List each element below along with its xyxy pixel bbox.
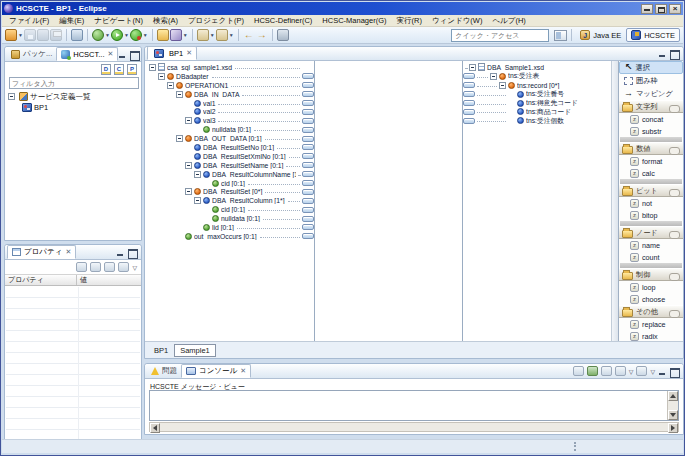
close-window-button[interactable]: × bbox=[669, 4, 681, 14]
target-tree-row[interactable]: tns:record [0*] bbox=[463, 81, 611, 90]
console-output-area[interactable] bbox=[149, 390, 679, 421]
expand-toggle-icon[interactable] bbox=[158, 73, 165, 80]
mapping-handle[interactable] bbox=[302, 144, 314, 150]
target-tree-row[interactable]: tns:受注表 bbox=[463, 72, 611, 81]
open-perspective-icon[interactable] bbox=[554, 30, 567, 41]
new-wizard-icon[interactable] bbox=[5, 29, 17, 41]
search-icon[interactable] bbox=[71, 29, 83, 41]
maximize-view-icon[interactable] bbox=[128, 248, 137, 257]
menu-item[interactable]: 検索(A) bbox=[148, 16, 183, 26]
save-icon[interactable] bbox=[24, 29, 36, 41]
source-tree-row[interactable]: DBA_ResultSet [0*] bbox=[147, 187, 314, 196]
run-icon[interactable] bbox=[111, 29, 123, 41]
target-tree-row[interactable]: tns:商品コード bbox=[463, 107, 611, 116]
definition-doc-icon[interactable]: D bbox=[101, 64, 111, 75]
forward-icon[interactable]: → bbox=[256, 29, 268, 41]
source-tree-row[interactable]: out_maxOccurs [0:1] bbox=[147, 232, 314, 241]
perspective-java-ee-button[interactable]: Java EE bbox=[576, 29, 625, 41]
scroll-up-icon[interactable] bbox=[668, 391, 678, 401]
source-tree-row[interactable]: csa_sql_sample1.xsd bbox=[147, 63, 314, 72]
source-tree-row[interactable]: DBA_ResultSetXmlNo [0:1] bbox=[147, 152, 314, 161]
palette-entry[interactable]: マッピング bbox=[619, 87, 683, 100]
tab-problems[interactable]: 問題 bbox=[147, 364, 181, 378]
next-annotation-icon[interactable] bbox=[197, 29, 209, 41]
menu-item[interactable]: 実行(R) bbox=[392, 16, 427, 26]
maximize-window-button[interactable] bbox=[655, 4, 667, 14]
palette-entry[interactable]: loop bbox=[619, 281, 683, 293]
menu-item[interactable]: ファイル(F) bbox=[4, 16, 54, 26]
definition-doc-icon[interactable]: P bbox=[127, 64, 137, 75]
target-tree-row[interactable]: DBA_Sample1.xsd bbox=[463, 63, 611, 72]
dropdown-arrow-icon[interactable]: ▼ bbox=[124, 32, 129, 38]
expand-toggle-icon[interactable] bbox=[185, 117, 192, 124]
palette-entry[interactable]: その他 bbox=[619, 305, 683, 318]
palette-entry[interactable]: radix bbox=[619, 330, 683, 341]
expand-toggle-icon[interactable] bbox=[8, 93, 15, 100]
mapping-handle[interactable] bbox=[302, 207, 314, 213]
source-tree-row[interactable]: DBA_ResultColumnName [1*] bbox=[147, 170, 314, 179]
palette-entry[interactable]: 制御 bbox=[619, 268, 683, 281]
show-tree-icon[interactable] bbox=[90, 262, 101, 272]
source-tree-row[interactable]: val3 bbox=[147, 116, 314, 125]
mapping-handle[interactable] bbox=[463, 91, 475, 97]
editor-vertical-scrollbar[interactable] bbox=[611, 61, 618, 341]
view-menu-icon[interactable]: ▽ bbox=[132, 264, 137, 271]
palette-entry[interactable]: 囲み枠 bbox=[619, 74, 683, 87]
tree-row-bp1[interactable]: BP1 bbox=[5, 102, 141, 113]
clear-console-icon[interactable] bbox=[573, 366, 584, 376]
expand-toggle-icon[interactable] bbox=[490, 73, 497, 80]
print-icon[interactable] bbox=[50, 29, 62, 41]
palette-entry[interactable]: ノード bbox=[619, 226, 683, 239]
close-icon[interactable]: ✕ bbox=[108, 50, 114, 58]
tab-console[interactable]: コンソール ✕ bbox=[181, 364, 251, 378]
scroll-lock-icon[interactable] bbox=[587, 366, 598, 376]
maximize-view-icon[interactable] bbox=[130, 50, 139, 59]
filter-input[interactable] bbox=[9, 77, 139, 89]
palette-entry[interactable]: replace bbox=[619, 318, 683, 330]
display-selected-console-icon[interactable] bbox=[615, 366, 626, 376]
mapping-handle[interactable] bbox=[302, 233, 314, 239]
target-tree-row[interactable]: tns:受注番号 bbox=[463, 90, 611, 99]
pin-icon[interactable] bbox=[76, 262, 87, 272]
source-tree-row[interactable]: DBA_ResultColumn [1*] bbox=[147, 196, 314, 205]
mapping-handle[interactable] bbox=[463, 109, 475, 115]
source-tree-row[interactable]: DBA_OUT_DATA [0:1] bbox=[147, 134, 314, 143]
pin-console-icon[interactable] bbox=[601, 366, 612, 376]
console-horizontal-scrollbar[interactable] bbox=[149, 422, 679, 432]
menu-item[interactable]: HCSC-Manager(G) bbox=[317, 16, 391, 25]
mapping-handle[interactable] bbox=[302, 91, 314, 97]
open-console-icon[interactable] bbox=[636, 366, 647, 376]
run-external-tools-icon[interactable] bbox=[130, 29, 142, 41]
minimize-window-button[interactable] bbox=[641, 4, 653, 14]
palette-entry[interactable]: 数値 bbox=[619, 142, 683, 155]
expand-toggle-icon[interactable] bbox=[176, 91, 183, 98]
source-tree-row[interactable]: OPERATION1 bbox=[147, 81, 314, 90]
palette-entry[interactable]: choose bbox=[619, 293, 683, 305]
dropdown-arrow-icon[interactable]: ▼ bbox=[143, 32, 148, 38]
filter-icon[interactable] bbox=[118, 262, 129, 272]
mapping-handle[interactable] bbox=[302, 118, 314, 124]
menu-item[interactable]: プロジェクト(P) bbox=[183, 16, 249, 26]
expand-toggle-icon[interactable] bbox=[185, 188, 192, 195]
mapping-handle[interactable] bbox=[302, 224, 314, 230]
open-element-icon[interactable] bbox=[157, 29, 169, 41]
dropdown-arrow-icon[interactable]: ▼ bbox=[105, 32, 110, 38]
minimize-view-icon[interactable] bbox=[658, 367, 667, 376]
dropdown-arrow-icon[interactable]: ▼ bbox=[229, 32, 234, 38]
palette-entry[interactable]: bitop bbox=[619, 209, 683, 221]
palette-entry[interactable]: substr bbox=[619, 125, 683, 137]
source-tree-row[interactable]: cid [0:1] bbox=[147, 205, 314, 214]
palette-entry[interactable]: name bbox=[619, 239, 683, 251]
mapping-handle[interactable] bbox=[463, 118, 475, 124]
expand-toggle-icon[interactable] bbox=[149, 64, 156, 71]
menu-item[interactable]: HCSC-Definer(C) bbox=[249, 16, 317, 25]
mapping-handle[interactable] bbox=[302, 109, 314, 115]
marker-icon[interactable] bbox=[170, 29, 182, 41]
palette-entry[interactable]: not bbox=[619, 197, 683, 209]
sort-icon[interactable] bbox=[104, 262, 115, 272]
source-tree-row[interactable]: DBA_IN_DATA bbox=[147, 90, 314, 99]
dropdown-arrow-icon[interactable]: ▼ bbox=[18, 32, 23, 38]
palette-entry[interactable]: calc bbox=[619, 167, 683, 179]
source-tree-row[interactable]: DBA_ResultSetNo [0:1] bbox=[147, 143, 314, 152]
mapping-handle[interactable] bbox=[463, 82, 475, 88]
